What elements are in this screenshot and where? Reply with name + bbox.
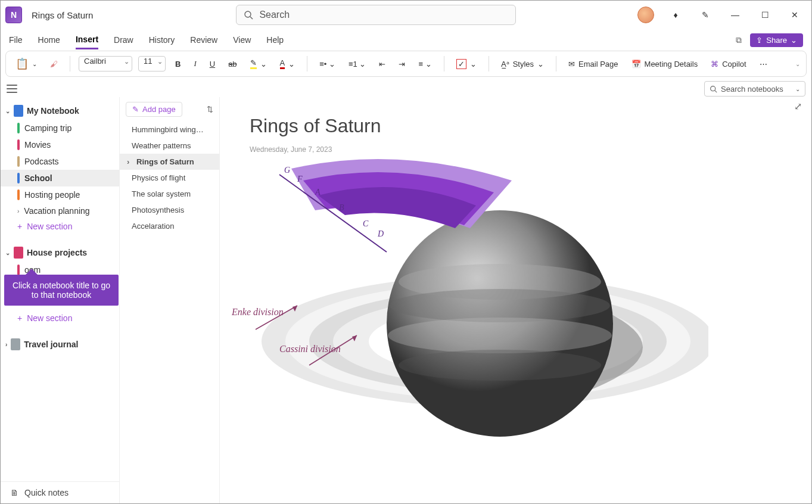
meeting-details-button[interactable]: 📅Meeting Details	[628, 57, 702, 71]
ribbon-expand-button[interactable]: ⌄	[795, 61, 800, 67]
tab-view[interactable]: View	[233, 32, 251, 48]
underline-button[interactable]: U	[206, 57, 219, 71]
svg-point-11	[390, 289, 610, 322]
highlight-button[interactable]: ✎ ⌄	[247, 56, 270, 71]
font-color-button[interactable]: A ⌄	[276, 56, 299, 71]
bold-button[interactable]: B	[172, 57, 184, 71]
close-button[interactable]: ✕	[786, 7, 803, 23]
chevron-down-icon: ⌄	[791, 36, 797, 45]
indent-button[interactable]: ⇥	[395, 57, 409, 71]
styles-button[interactable]: A̲ᵃStyles ⌄	[497, 57, 547, 71]
section-label: Movies	[24, 140, 51, 150]
copilot-button[interactable]: ⌘Copilot	[707, 57, 749, 71]
font-size-select[interactable]: 11	[138, 56, 166, 71]
notebook-name: Travel journal	[24, 340, 78, 349]
tab-draw[interactable]: Draw	[114, 32, 133, 48]
svg-line-3	[715, 90, 717, 92]
add-page-button[interactable]: ✎ Add page	[126, 102, 182, 117]
notebook-icon	[11, 338, 20, 350]
nav-toggle-button[interactable]	[7, 85, 17, 93]
section-label: School	[24, 173, 52, 183]
page-canvas[interactable]: ⤢ Rings of Saturn Wednesday, June 7, 202…	[220, 97, 811, 503]
pages-sidebar: ✎ Add page ⇅ Hummingbird wing… Weather p…	[120, 97, 220, 503]
align-button[interactable]: ≡ ⌄	[415, 57, 435, 71]
paste-button[interactable]: 📋⌄	[12, 55, 41, 73]
section-group-item[interactable]: ›Vacation planning	[1, 203, 119, 219]
bullets-button[interactable]: ≡• ⌄	[316, 57, 339, 71]
share-icon: ⇪	[756, 36, 763, 45]
svg-point-12	[388, 318, 612, 353]
ring-label: C	[363, 219, 368, 229]
quick-notes-button[interactable]: 🗎 Quick notes	[1, 481, 119, 503]
plus-icon: +	[17, 313, 22, 323]
page-item[interactable]: Accelaration	[120, 218, 219, 234]
tab-insert[interactable]: Insert	[76, 31, 98, 49]
note-icon: 🗎	[10, 488, 18, 497]
notebook-icon	[14, 105, 23, 117]
maximize-button[interactable]: ☐	[757, 7, 773, 23]
search-notebooks-placeholder: Search notebooks	[721, 85, 783, 94]
section-label: Camping trip	[24, 123, 71, 133]
section-label: Hosting people	[24, 190, 80, 200]
app-icon: N	[5, 7, 22, 23]
search-icon	[244, 10, 253, 20]
section-item[interactable]: Movies	[1, 136, 119, 153]
share-label: Share	[766, 36, 787, 45]
search-icon	[710, 85, 717, 93]
tab-review[interactable]: Review	[190, 32, 217, 48]
search-box[interactable]: Search	[236, 5, 516, 25]
format-painter-button[interactable]: 🖌	[46, 57, 61, 71]
notebook-name: My Notebook	[27, 106, 79, 116]
page-item[interactable]: The solar system	[120, 186, 219, 202]
page-item[interactable]: Photosynthesis	[120, 202, 219, 218]
open-window-icon[interactable]: ⧉	[736, 35, 742, 45]
numbering-button[interactable]: ≡1 ⌄	[345, 57, 369, 71]
more-button[interactable]: ⋯	[756, 57, 771, 71]
tab-file[interactable]: File	[9, 32, 23, 48]
minimize-button[interactable]: —	[727, 7, 743, 23]
window-title: Rings of Saturn	[32, 10, 93, 20]
new-section-button[interactable]: +New section	[1, 219, 119, 234]
sort-icon[interactable]: ⇅	[207, 105, 213, 114]
page-item[interactable]: Rings of Saturn	[120, 154, 219, 170]
new-section-button[interactable]: +New section	[1, 310, 119, 326]
page-item[interactable]: Weather patterns	[120, 138, 219, 154]
section-label: Vacation planning	[24, 206, 89, 216]
ring-label: A	[315, 188, 321, 197]
notebook-header[interactable]: › Travel journal	[1, 335, 119, 353]
search-notebooks-input[interactable]: Search notebooks ⌄	[704, 81, 805, 97]
notebook-header[interactable]: ⌄ My Notebook	[1, 102, 119, 120]
section-item[interactable]: Camping trip	[1, 120, 119, 136]
strikethrough-button[interactable]: ab	[225, 57, 240, 71]
notebook-name: House projects	[27, 248, 87, 257]
ring-label: G	[284, 166, 290, 175]
pen-icon[interactable]: ✎	[697, 7, 714, 23]
page-title[interactable]: Rings of Saturn	[250, 115, 782, 137]
ring-label: F	[297, 175, 303, 184]
ribbon: 📋⌄ 🖌 Cailbri 11 B I U ab ✎ ⌄ A ⌄ ≡• ⌄ ≡1…	[5, 51, 807, 77]
premium-icon[interactable]: ♦	[667, 7, 684, 23]
page-item[interactable]: Hummingbird wing…	[120, 122, 219, 138]
ring-label: B	[339, 203, 344, 213]
tag-button[interactable]: ✓ ⌄	[453, 57, 480, 71]
section-item[interactable]: Podcasts	[1, 153, 119, 170]
section-item[interactable]: School	[1, 170, 119, 186]
search-placeholder: Search	[259, 10, 290, 20]
notebook-header[interactable]: ⌄ House projects	[1, 244, 119, 262]
chevron-right-icon: ›	[5, 341, 7, 348]
user-avatar[interactable]	[637, 7, 654, 23]
font-select[interactable]: Cailbri	[79, 56, 132, 71]
italic-button[interactable]: I	[190, 57, 200, 71]
ring-label: D	[378, 229, 384, 239]
share-button[interactable]: ⇪ Share ⌄	[750, 33, 803, 47]
tab-history[interactable]: History	[149, 32, 175, 48]
email-page-button[interactable]: ✉Email Page	[565, 57, 621, 71]
annotation-enke: Enke division	[232, 307, 284, 318]
tab-help[interactable]: Help	[266, 32, 284, 48]
page-item[interactable]: Physics of flight	[120, 170, 219, 186]
tab-home[interactable]: Home	[38, 32, 60, 48]
outdent-button[interactable]: ⇤	[375, 57, 389, 71]
expand-icon[interactable]: ⤢	[794, 101, 802, 112]
section-item[interactable]: Hosting people	[1, 186, 119, 203]
add-page-label: Add page	[142, 105, 176, 114]
